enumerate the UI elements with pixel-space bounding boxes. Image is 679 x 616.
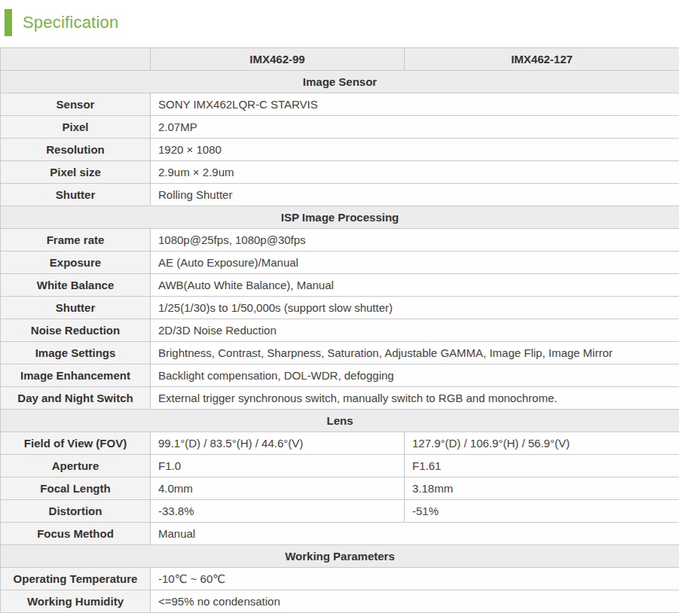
- row-value-focus-method: Manual: [151, 523, 679, 545]
- table-row: Working Humidity <=95% no condensation: [1, 590, 679, 613]
- row-value-aperture-model2: F1.61: [405, 455, 679, 477]
- table-row: Field of View (FOV) 99.1°(D) / 83.5°(H) …: [1, 432, 679, 455]
- table-row: Distortion -33.8% -51%: [1, 500, 679, 523]
- table-row: Exposure AE (Auto Exposure)/Manual: [1, 252, 679, 274]
- table-row: Noise Reduction 2D/3D Noise Reduction: [1, 319, 679, 342]
- row-value-distortion-model1: -33.8%: [151, 500, 405, 523]
- table-row: Focus Method Manual: [1, 523, 679, 545]
- section-row: ISP Image Processing: [1, 206, 679, 229]
- table-row: White Balance AWB(Auto White Balance), M…: [1, 274, 679, 297]
- section-title-isp: ISP Image Processing: [1, 206, 679, 229]
- row-value-operating-temperature: -10℃ ~ 60℃: [151, 568, 679, 590]
- row-value-white-balance: AWB(Auto White Balance), Manual: [151, 274, 679, 297]
- page-title: Specification: [23, 13, 118, 32]
- table-row: Image Enhancement Backlight compensation…: [1, 364, 679, 387]
- table-row: Aperture F1.0 F1.61: [1, 455, 679, 477]
- row-value-sensor: SONY IMX462LQR-C STARVIS: [151, 93, 679, 116]
- row-value-image-enhancement: Backlight compensation, DOL-WDR, defoggi…: [151, 364, 679, 387]
- row-label-isp-shutter: Shutter: [1, 297, 151, 319]
- specification-table: IMX462-99 IMX462-127 Image Sensor Sensor…: [0, 47, 679, 613]
- row-value-pixel: 2.07MP: [151, 116, 679, 139]
- row-value-aperture-model1: F1.0: [151, 455, 405, 477]
- row-label-focus-method: Focus Method: [1, 523, 151, 545]
- row-value-noise-reduction: 2D/3D Noise Reduction: [151, 319, 679, 342]
- header-cell-model-2: IMX462-127: [405, 48, 679, 71]
- row-label-day-night-switch: Day and Night Switch: [1, 387, 151, 410]
- row-value-pixel-size: 2.9um × 2.9um: [151, 161, 679, 184]
- table-row: Pixel 2.07MP: [1, 116, 679, 139]
- section-row: Lens: [1, 410, 679, 432]
- header-cell-empty: [1, 48, 151, 71]
- table-header-row: IMX462-99 IMX462-127: [1, 48, 679, 71]
- section-title-image-sensor: Image Sensor: [1, 71, 679, 93]
- header-cell-model-1: IMX462-99: [151, 48, 405, 71]
- row-label-pixel: Pixel: [1, 116, 151, 139]
- section-title-bar: Specification: [5, 5, 679, 41]
- row-value-fov-model1: 99.1°(D) / 83.5°(H) / 44.6°(V): [151, 432, 405, 455]
- row-value-working-humidity: <=95% no condensation: [151, 590, 679, 613]
- row-value-focal-length-model1: 4.0mm: [151, 477, 405, 500]
- row-label-distortion: Distortion: [1, 500, 151, 523]
- row-label-resolution: Resolution: [1, 139, 151, 161]
- row-label-white-balance: White Balance: [1, 274, 151, 297]
- section-row: Image Sensor: [1, 71, 679, 93]
- table-row: Image Settings Brightness, Contrast, Sha…: [1, 342, 679, 364]
- section-title-working-parameters: Working Parameters: [1, 545, 679, 568]
- row-label-fov: Field of View (FOV): [1, 432, 151, 455]
- table-row: Shutter Rolling Shutter: [1, 184, 679, 206]
- specification-page: Specification IMX462-99 IMX462-127 Image…: [0, 0, 679, 616]
- table-row: Focal Length 4.0mm 3.18mm: [1, 477, 679, 500]
- table-row: Sensor SONY IMX462LQR-C STARVIS: [1, 93, 679, 116]
- table-row: Resolution 1920 × 1080: [1, 139, 679, 161]
- section-title-lens: Lens: [1, 410, 679, 432]
- row-label-noise-reduction: Noise Reduction: [1, 319, 151, 342]
- row-label-image-enhancement: Image Enhancement: [1, 364, 151, 387]
- row-value-focal-length-model2: 3.18mm: [405, 477, 679, 500]
- green-accent-bar: [5, 9, 12, 36]
- row-label-working-humidity: Working Humidity: [1, 590, 151, 613]
- table-row: Shutter 1/25(1/30)s to 1/50,000s (suppor…: [1, 297, 679, 319]
- row-value-frame-rate: 1080p@25fps, 1080p@30fps: [151, 229, 679, 252]
- row-label-image-settings: Image Settings: [1, 342, 151, 364]
- section-row: Working Parameters: [1, 545, 679, 568]
- table-row: Operating Temperature -10℃ ~ 60℃: [1, 568, 679, 590]
- row-value-day-night-switch: External trigger synchronous switch, man…: [151, 387, 679, 410]
- row-label-operating-temperature: Operating Temperature: [1, 568, 151, 590]
- row-label-pixel-size: Pixel size: [1, 161, 151, 184]
- table-row: Day and Night Switch External trigger sy…: [1, 387, 679, 410]
- row-value-distortion-model2: -51%: [405, 500, 679, 523]
- table-row: Pixel size 2.9um × 2.9um: [1, 161, 679, 184]
- row-label-focal-length: Focal Length: [1, 477, 151, 500]
- row-label-sensor: Sensor: [1, 93, 151, 116]
- row-label-frame-rate: Frame rate: [1, 229, 151, 252]
- row-value-fov-model2: 127.9°(D) / 106.9°(H) / 56.9°(V): [405, 432, 679, 455]
- row-label-aperture: Aperture: [1, 455, 151, 477]
- row-value-exposure: AE (Auto Exposure)/Manual: [151, 252, 679, 274]
- row-value-resolution: 1920 × 1080: [151, 139, 679, 161]
- row-value-shutter: Rolling Shutter: [151, 184, 679, 206]
- row-label-exposure: Exposure: [1, 252, 151, 274]
- row-value-image-settings: Brightness, Contrast, Sharpness, Saturat…: [151, 342, 679, 364]
- row-value-isp-shutter: 1/25(1/30)s to 1/50,000s (support slow s…: [151, 297, 679, 319]
- row-label-shutter: Shutter: [1, 184, 151, 206]
- table-row: Frame rate 1080p@25fps, 1080p@30fps: [1, 229, 679, 252]
